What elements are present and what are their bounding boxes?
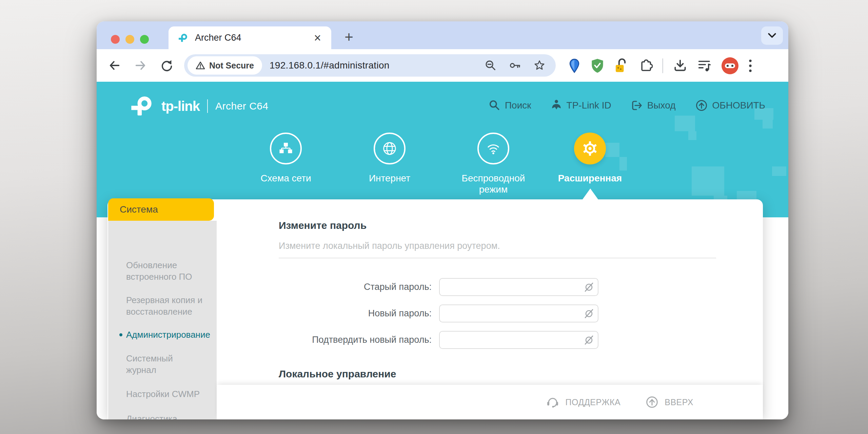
zoom-window-button[interactable] <box>140 35 149 44</box>
nav-item-advanced[interactable]: Расширенная <box>536 133 644 184</box>
new-tab-button[interactable]: + <box>339 27 358 46</box>
desktop-background: Archer C64 × + <box>0 0 868 434</box>
header-actions: Поиск TP-Link ID Выход ОБНОВИТЬ <box>489 99 765 112</box>
minimize-window-button[interactable] <box>125 35 134 44</box>
old-password-label: Старый пароль: <box>279 282 439 292</box>
extension-balloon-icon[interactable] <box>568 58 581 73</box>
nav-label: Расширенная <box>558 173 622 184</box>
eye-slash-icon[interactable] <box>584 335 594 346</box>
close-window-button[interactable] <box>111 35 120 44</box>
tplink-id-label: TP-Link ID <box>567 100 611 111</box>
sidebar-item-cwmp-settings[interactable]: Настройки CWMP <box>126 388 203 400</box>
media-playlist-icon[interactable] <box>697 59 712 73</box>
browser-menu-icon[interactable] <box>748 58 753 73</box>
old-password-field[interactable] <box>439 278 598 296</box>
update-button[interactable]: ОБНОВИТЬ <box>695 99 765 112</box>
confirm-password-label: Подтвердить новый пароль: <box>279 335 439 345</box>
search-button[interactable]: Поиск <box>489 100 531 111</box>
brand-divider <box>207 99 208 113</box>
window-controls <box>111 35 149 44</box>
eye-slash-icon[interactable] <box>584 308 594 319</box>
eye-slash-icon[interactable] <box>584 282 594 293</box>
new-password-label: Новый пароль: <box>279 308 439 319</box>
page-footer: ПОДДЕРЖКА ВВЕРХ <box>217 385 763 419</box>
search-label: Поиск <box>505 100 531 111</box>
sidebar: Обновление встроенного ПО Резервная копи… <box>108 221 217 419</box>
sidebar-item-diagnostics[interactable]: Диагностика <box>126 413 203 419</box>
nav-item-wireless[interactable]: Беспроводной режим <box>439 133 548 195</box>
headset-icon <box>546 396 559 409</box>
nav-item-network-map[interactable]: Схема сети <box>232 133 340 184</box>
avatar-robot-visor-icon <box>725 63 735 68</box>
section-divider <box>279 258 716 258</box>
sidebar-item-system-log[interactable]: Системный журнал <box>126 353 203 376</box>
nav-label: Схема сети <box>260 173 311 184</box>
section-title-change-password: Измените пароль <box>279 220 367 231</box>
extension-unlocked-padlock-icon[interactable] <box>614 58 628 74</box>
network-map-icon <box>270 133 302 164</box>
update-arrow-icon <box>695 99 708 112</box>
new-password-field[interactable] <box>439 304 598 322</box>
device-model: Archer C64 <box>215 100 269 112</box>
downloads-icon[interactable] <box>673 58 688 73</box>
tab-title: Archer C64 <box>195 33 313 43</box>
confirm-password-field[interactable] <box>439 331 598 349</box>
search-icon <box>489 100 500 111</box>
update-label: ОБНОВИТЬ <box>712 100 765 111</box>
form-row-confirm-password: Подтвердить новый пароль: <box>279 331 598 349</box>
extensions-puzzle-icon[interactable] <box>638 58 653 73</box>
sidebar-item-backup-restore[interactable]: Резервная копия и восстановление <box>126 294 203 317</box>
teal-header-band: tp-link Archer C64 Поиск TP-Link ID Выхо… <box>97 82 788 217</box>
router-admin-page: tp-link Archer C64 Поиск TP-Link ID Выхо… <box>97 82 788 419</box>
back-to-top-button[interactable]: ВВЕРХ <box>646 396 693 409</box>
tplink-id-button[interactable]: TP-Link ID <box>551 99 611 112</box>
brand-wordmark: tp-link <box>161 99 200 114</box>
forward-button[interactable] <box>134 59 147 72</box>
sidebar-item-firmware-update[interactable]: Обновление встроенного ПО <box>126 259 203 282</box>
warning-triangle-icon <box>196 61 205 70</box>
brand-row: tp-link Archer C64 <box>129 95 269 117</box>
browser-toolbar: Not Secure 192.168.0.1/#administration <box>97 49 788 82</box>
nav-item-internet[interactable]: Интернет <box>335 133 444 184</box>
profile-avatar[interactable] <box>722 57 738 74</box>
section-title-local-management: Локальное управление <box>279 368 396 380</box>
gear-icon <box>574 133 606 164</box>
nav-label: Интернет <box>369 173 410 184</box>
bookmark-star-icon[interactable] <box>533 59 546 72</box>
logout-label: Выход <box>647 100 676 111</box>
address-bar[interactable]: Not Secure 192.168.0.1/#administration <box>184 54 556 77</box>
content-card: Система Обновление встроенного ПО Резерв… <box>107 199 763 419</box>
active-tab-pointer <box>583 189 598 199</box>
arrow-up-circle-icon <box>646 396 658 409</box>
section-subtitle: Измените локальный пароль управления роу… <box>279 241 500 251</box>
security-chip[interactable]: Not Secure <box>188 56 262 75</box>
url-text[interactable]: 192.168.0.1/#administration <box>270 60 485 71</box>
sidebar-item-label: Администрирование <box>126 330 210 340</box>
support-label: ПОДДЕРЖКА <box>566 397 621 407</box>
security-chip-label: Not Secure <box>209 61 254 71</box>
reload-button[interactable] <box>160 59 173 72</box>
logout-icon <box>631 100 643 111</box>
sidebar-item-administration[interactable]: Администрирование <box>126 329 210 340</box>
password-manager-key-icon[interactable] <box>509 59 521 72</box>
back-button[interactable] <box>107 59 121 72</box>
active-bullet-icon <box>119 333 122 336</box>
logout-button[interactable]: Выход <box>631 100 676 111</box>
up-label: ВВЕРХ <box>665 397 693 407</box>
form-row-new-password: Новый пароль: <box>279 304 598 322</box>
tab-search-button[interactable] <box>761 26 783 45</box>
sidebar-section-system[interactable]: Система <box>108 198 214 221</box>
tab-close-icon[interactable]: × <box>313 32 322 44</box>
browser-tab[interactable]: Archer C64 × <box>169 26 331 49</box>
extension-shield-icon[interactable] <box>590 58 605 74</box>
tplink-logo-icon <box>129 95 154 117</box>
wifi-icon <box>477 133 509 164</box>
chevron-down-icon <box>767 32 777 39</box>
zoom-out-icon[interactable] <box>485 59 497 72</box>
toolbar-divider <box>662 58 663 73</box>
nav-label: Беспроводной режим <box>454 173 532 195</box>
tab-strip: Archer C64 × + <box>97 21 788 49</box>
form-row-old-password: Старый пароль: <box>279 278 598 296</box>
support-button[interactable]: ПОДДЕРЖКА <box>546 396 621 409</box>
browser-window: Archer C64 × + <box>97 21 788 419</box>
